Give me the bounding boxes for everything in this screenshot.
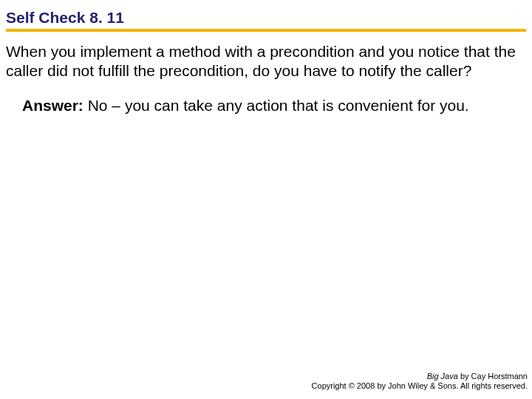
book-title: Big Java — [427, 372, 458, 381]
slide-title: Self Check 8. 11 — [6, 9, 526, 29]
answer-block: Answer: No – you can take any action tha… — [6, 96, 526, 115]
question-text: When you implement a method with a preco… — [6, 42, 526, 81]
answer-label: Answer: — [22, 97, 83, 114]
slide: Self Check 8. 11 When you implement a me… — [0, 0, 532, 399]
answer-text: No – you can take any action that is con… — [83, 97, 469, 114]
byline: by Cay Horstmann — [458, 372, 528, 381]
title-underline — [6, 29, 526, 32]
footer-line-1: Big Java by Cay Horstmann — [312, 372, 528, 382]
footer-line-2: Copyright © 2008 by John Wiley & Sons. A… — [312, 381, 528, 392]
footer: Big Java by Cay Horstmann Copyright © 20… — [312, 372, 528, 392]
